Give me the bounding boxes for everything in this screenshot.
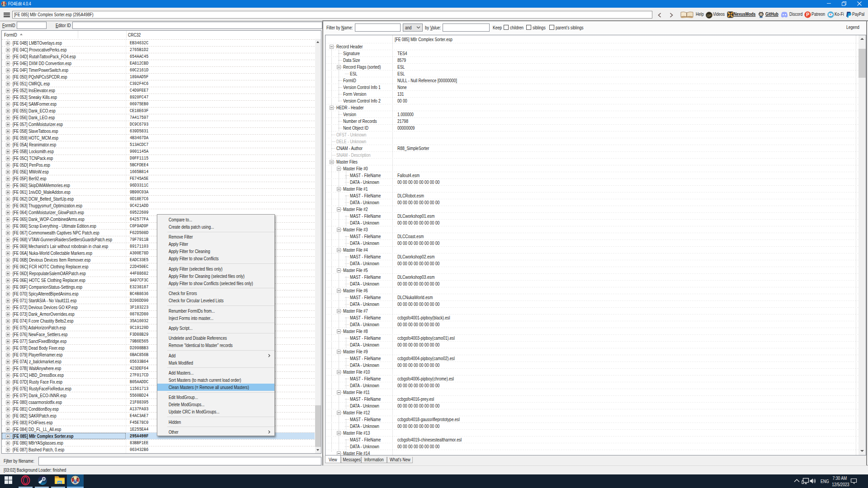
svg-text:GP: GP <box>707 14 711 17</box>
svg-text:P: P <box>806 12 809 17</box>
